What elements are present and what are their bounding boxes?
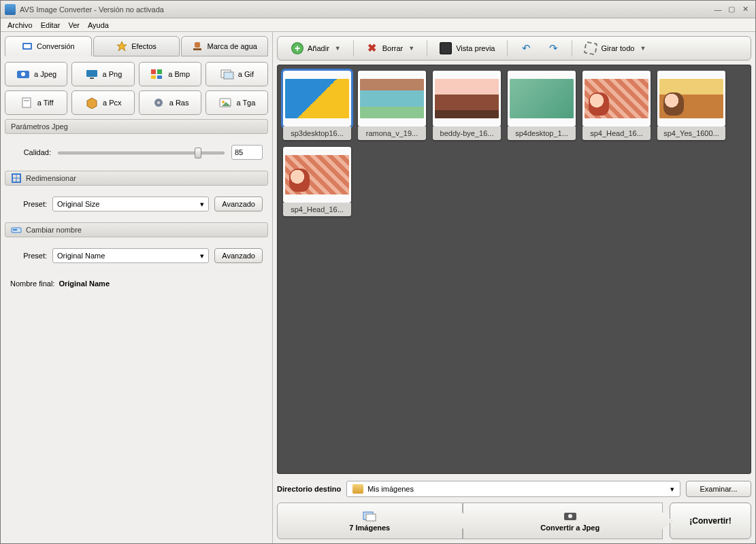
rename-preset-dropdown[interactable]: Original Name ▾ xyxy=(52,248,209,263)
fmt-jpeg[interactable]: a Jpeg xyxy=(5,62,67,86)
rotate-all-button[interactable]: Girar todo ▼ xyxy=(578,39,653,58)
svg-rect-26 xyxy=(366,514,376,521)
menu-bar: Archivo Editar Ver Ayuda xyxy=(1,18,755,32)
thumb-caption: sp4_Head_16... xyxy=(582,126,651,140)
thumb-caption: beddy-bye_16... xyxy=(433,126,501,140)
fmt-tga[interactable]: a Tga xyxy=(206,90,268,115)
resize-header[interactable]: Redimensionar xyxy=(5,171,268,186)
resize-preset-label: Preset: xyxy=(10,200,47,208)
svg-rect-4 xyxy=(193,48,201,50)
quality-input[interactable] xyxy=(231,145,263,160)
delete-button[interactable]: ✖ Borrar ▼ xyxy=(359,39,421,58)
close-icon[interactable]: ✕ xyxy=(739,5,751,14)
thumb-caption: sp4desktop_1... xyxy=(508,126,576,140)
minimize-icon[interactable]: — xyxy=(712,5,724,14)
resize-preset-dropdown[interactable]: Original Size ▾ xyxy=(52,197,209,211)
thumbnail-area[interactable]: sp3desktop16...ramona_v_19...beddy-bye_1… xyxy=(277,65,751,474)
thumbnail[interactable]: sp3desktop16... xyxy=(283,71,351,140)
final-name-label: Nombre final: xyxy=(10,279,54,288)
svg-rect-3 xyxy=(195,42,200,48)
toolbar: Añadir ▼ ✖ Borrar ▼ Vista previa ↶ ↷ Gir… xyxy=(277,36,751,61)
chevron-down-icon: ▼ xyxy=(640,45,646,52)
menu-ver[interactable]: Ver xyxy=(64,20,84,31)
monitor-icon xyxy=(84,68,99,80)
tab-marca-label: Marca de agua xyxy=(207,42,257,50)
maximize-icon[interactable]: ▢ xyxy=(725,5,738,14)
thumb-image xyxy=(510,79,574,118)
preview-button[interactable]: Vista previa xyxy=(433,39,502,58)
svg-rect-11 xyxy=(151,75,156,79)
frames-icon xyxy=(220,68,235,80)
photo-icon xyxy=(218,97,233,109)
title-bar: AVS Image Converter - Versión no activad… xyxy=(1,1,755,18)
svg-rect-7 xyxy=(86,70,97,77)
thumbnail[interactable]: sp4_Yes_1600... xyxy=(657,71,725,140)
blocks-icon xyxy=(150,68,165,80)
quality-slider[interactable] xyxy=(58,146,225,158)
left-panel: Conversión Efectos Marca de agua a Jpeg … xyxy=(1,32,273,543)
plus-icon xyxy=(291,42,303,54)
thumbnail[interactable]: beddy-bye_16... xyxy=(433,71,501,140)
page-icon xyxy=(19,97,34,109)
thumb-frame xyxy=(358,71,426,126)
thumbnail[interactable]: ramona_v_19... xyxy=(358,71,426,140)
window-title: AVS Image Converter - Versión no activad… xyxy=(20,5,710,14)
format-grid: a Jpeg a Png a Bmp a Gif a Tiff a Pcx a … xyxy=(5,62,268,115)
fmt-tiff[interactable]: a Tiff xyxy=(5,90,67,115)
undo-button[interactable]: ↶ xyxy=(513,39,539,58)
camera-icon xyxy=(563,510,578,522)
redo-icon: ↷ xyxy=(547,42,559,54)
camera-icon xyxy=(16,68,31,80)
redo-button[interactable]: ↷ xyxy=(540,39,566,58)
fmt-ras[interactable]: a Ras xyxy=(139,90,201,115)
tab-conversion[interactable]: Conversión xyxy=(5,36,92,56)
thumbnail[interactable]: sp4desktop_1... xyxy=(508,71,576,140)
thumb-frame xyxy=(433,71,501,126)
dest-dropdown[interactable]: Mis imágenes ▾ xyxy=(346,481,680,497)
rename-header[interactable]: Cambiar nombre xyxy=(5,222,268,237)
menu-archivo[interactable]: Archivo xyxy=(3,20,37,31)
preview-icon xyxy=(440,42,452,54)
thumb-image xyxy=(285,155,349,194)
svg-point-6 xyxy=(21,72,25,76)
thumbnail[interactable]: sp4_Head_16... xyxy=(283,147,351,216)
thumbnail[interactable]: sp4_Head_16... xyxy=(582,71,651,140)
fmt-bmp[interactable]: a Bmp xyxy=(139,62,201,86)
tab-marca[interactable]: Marca de agua xyxy=(181,36,268,56)
chevron-down-icon: ▼ xyxy=(335,45,341,52)
fmt-png[interactable]: a Png xyxy=(71,62,134,86)
thumb-image xyxy=(285,79,349,118)
svg-point-21 xyxy=(222,101,225,103)
convert-button[interactable]: ¡Convertir! xyxy=(670,503,751,539)
rename-advanced-button[interactable]: Avanzado xyxy=(214,248,263,263)
add-button[interactable]: Añadir ▼ xyxy=(284,39,348,58)
thumb-frame xyxy=(657,71,725,126)
menu-ayuda[interactable]: Ayuda xyxy=(84,20,113,31)
separator xyxy=(507,40,508,56)
convert-icon xyxy=(22,41,33,52)
tab-efectos[interactable]: Efectos xyxy=(93,36,180,56)
browse-button[interactable]: Examinar... xyxy=(686,481,751,497)
thumb-image xyxy=(360,79,424,118)
delete-icon: ✖ xyxy=(366,42,378,54)
resize-advanced-button[interactable]: Avanzado xyxy=(214,197,263,211)
thumb-caption: sp4_Head_16... xyxy=(283,203,351,216)
main-tabs: Conversión Efectos Marca de agua xyxy=(5,36,268,56)
separator xyxy=(427,40,427,56)
folder-icon xyxy=(352,484,363,494)
thumb-caption: sp3desktop16... xyxy=(283,126,351,140)
separator xyxy=(353,40,354,56)
fmt-pcx[interactable]: a Pcx xyxy=(71,90,134,115)
gear-icon xyxy=(151,97,166,109)
quality-label: Calidad: xyxy=(10,148,51,156)
thumb-frame xyxy=(582,71,651,126)
chevron-down-icon: ▾ xyxy=(200,252,204,260)
menu-editar[interactable]: Editar xyxy=(37,20,65,31)
svg-point-19 xyxy=(157,101,160,104)
svg-rect-9 xyxy=(151,69,156,74)
fmt-gif[interactable]: a Gif xyxy=(206,62,268,86)
images-icon xyxy=(362,510,377,522)
thumb-caption: sp4_Yes_1600... xyxy=(657,126,725,140)
thumb-frame xyxy=(283,71,351,126)
svg-rect-14 xyxy=(224,72,233,79)
